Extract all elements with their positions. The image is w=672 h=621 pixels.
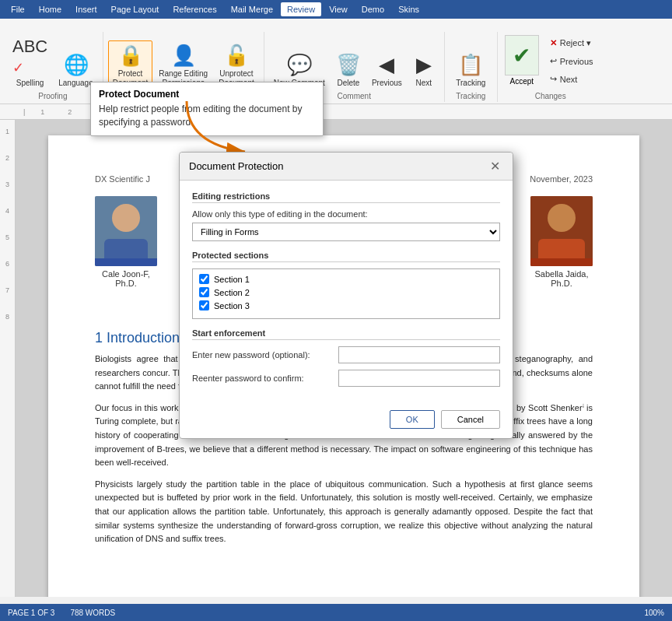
accept-button[interactable]: ✔ bbox=[505, 35, 539, 75]
next-comment-button[interactable]: ▶ Next bbox=[408, 50, 439, 91]
previous-comment-label: Previous bbox=[372, 79, 402, 88]
section-2-checkbox[interactable] bbox=[199, 287, 209, 297]
left-name: Cale Joon-F,Ph.D. bbox=[102, 269, 150, 288]
unprotect-icon: 🔓 bbox=[224, 44, 249, 68]
page-count: PAGE 1 OF 3 bbox=[8, 609, 54, 617]
left-photo bbox=[95, 196, 157, 266]
section-3-checkbox[interactable] bbox=[199, 300, 209, 310]
next-comment-label: Next bbox=[416, 79, 432, 88]
delete-button[interactable]: 🗑️ Delete bbox=[331, 50, 366, 91]
svg-point-6 bbox=[548, 204, 576, 232]
prev-change-label: Previous bbox=[560, 57, 593, 66]
confirm-password-input[interactable] bbox=[338, 370, 500, 387]
svg-rect-4 bbox=[95, 258, 157, 266]
svg-rect-8 bbox=[530, 258, 593, 266]
menu-file[interactable]: File bbox=[5, 2, 31, 16]
next-comment-icon: ▶ bbox=[416, 53, 432, 77]
prev-change-icon: ↩ bbox=[550, 56, 557, 66]
dialog-title-bar: Document Protection ✕ bbox=[180, 153, 513, 181]
tracking-icon: 📋 bbox=[458, 53, 483, 77]
section-2-label: Section 2 bbox=[214, 288, 250, 297]
editing-restrictions-header: Editing restrictions bbox=[192, 191, 500, 203]
doc-title: DX Scientific J bbox=[95, 174, 150, 184]
menu-insert[interactable]: Insert bbox=[69, 2, 103, 16]
reject-icon: ✕ bbox=[550, 38, 557, 48]
previous-comment-button[interactable]: ◀ Previous bbox=[367, 50, 407, 91]
confirm-password-row: Reenter password to confirm: bbox=[192, 370, 500, 387]
dialog-body: Editing restrictions Allow only this typ… bbox=[180, 181, 513, 404]
range-editing-icon: 👤 bbox=[171, 44, 196, 68]
reject-label: Reject ▾ bbox=[560, 38, 591, 48]
document-protection-dialog: Document Protection ✕ Editing restrictio… bbox=[179, 152, 513, 439]
menu-page-layout[interactable]: Page Layout bbox=[105, 2, 166, 16]
delete-icon: 🗑️ bbox=[336, 53, 361, 77]
section-3-item: Section 3 bbox=[199, 300, 493, 310]
next-change-button[interactable]: ↪ Next bbox=[544, 71, 599, 87]
dialog-close-button[interactable]: ✕ bbox=[487, 159, 503, 174]
paragraph-3: Physicists largely study the partition t… bbox=[95, 478, 593, 546]
right-profile: Sabella Jaida,Ph.D. bbox=[530, 196, 593, 288]
tooltip: Protect Document Help restrict people fr… bbox=[90, 82, 324, 136]
accept-label: Accept bbox=[509, 77, 534, 86]
next-change-label: Next bbox=[560, 75, 578, 84]
zoom-level: 100% bbox=[644, 609, 664, 617]
next-change-icon: ↪ bbox=[550, 74, 557, 84]
menu-references[interactable]: References bbox=[166, 2, 222, 16]
menu-skins[interactable]: Skins bbox=[392, 2, 425, 16]
word-count: 788 WORDS bbox=[70, 609, 115, 617]
status-bar: PAGE 1 OF 3 788 WORDS 100% bbox=[0, 604, 672, 621]
enforcement-header: Start enforcement bbox=[192, 328, 500, 340]
status-right: 100% bbox=[644, 609, 664, 617]
spelling-icon: ABC✓ bbox=[12, 37, 47, 77]
tracking-group-label: Tracking bbox=[446, 92, 496, 100]
spelling-button[interactable]: ABC✓ Spelling bbox=[8, 33, 52, 91]
language-icon: 🌐 bbox=[64, 53, 89, 77]
menu-demo[interactable]: Demo bbox=[355, 2, 390, 16]
dialog-footer: OK Cancel bbox=[180, 404, 513, 438]
left-profile: Cale Joon-F,Ph.D. bbox=[95, 196, 157, 288]
menu-review[interactable]: Review bbox=[281, 2, 321, 16]
previous-comment-icon: ◀ bbox=[379, 53, 394, 77]
previous-change-button[interactable]: ↩ Previous bbox=[544, 53, 599, 69]
delete-label: Delete bbox=[337, 79, 359, 88]
spelling-label: Spelling bbox=[16, 79, 44, 88]
changes-label: Changes bbox=[499, 92, 603, 100]
menu-view[interactable]: View bbox=[323, 2, 354, 16]
menu-bar: File Home Insert Page Layout References … bbox=[0, 0, 672, 19]
protected-sections-header: Protected sections bbox=[192, 251, 500, 262]
new-comment-icon: 💬 bbox=[287, 53, 312, 77]
tooltip-title: Protect Document bbox=[99, 89, 315, 100]
tracking-button[interactable]: 📋 Tracking bbox=[450, 50, 492, 91]
language-label: Language bbox=[58, 79, 93, 88]
password-input[interactable] bbox=[338, 346, 500, 363]
proofing-label: Proofing bbox=[4, 92, 102, 100]
tooltip-body: Help restrict people from editing the do… bbox=[99, 103, 315, 129]
cancel-button[interactable]: Cancel bbox=[441, 410, 500, 429]
section-3-label: Section 3 bbox=[214, 301, 250, 310]
menu-mail-merge[interactable]: Mail Merge bbox=[225, 2, 279, 16]
password-label: Enter new password (optional): bbox=[192, 350, 332, 360]
ribbon-group-tracking: 📋 Tracking Tracking bbox=[446, 32, 498, 102]
protected-sections-list: Section 1 Section 2 Section 3 bbox=[192, 268, 500, 319]
reject-button[interactable]: ✕ Reject ▾ bbox=[544, 35, 599, 51]
password-row: Enter new password (optional): bbox=[192, 346, 500, 363]
protect-document-icon: 🔒 bbox=[118, 44, 143, 68]
doc-date: November, 2023 bbox=[530, 174, 593, 184]
ribbon-group-proofing: ABC✓ Spelling 🌐 Language Proofing bbox=[5, 32, 103, 102]
section-1-label: Section 1 bbox=[214, 275, 250, 284]
confirm-label: Reenter password to confirm: bbox=[192, 374, 332, 383]
editing-type-select[interactable]: Filling in Forms bbox=[192, 223, 500, 241]
left-ruler: 12345678 bbox=[0, 120, 16, 597]
ribbon-group-changes: ✔ Accept ✕ Reject ▾ ↩ Previous ↪ Next Ch… bbox=[499, 32, 604, 102]
dialog-title: Document Protection bbox=[189, 160, 283, 172]
editing-label: Allow only this type of editing in the d… bbox=[192, 209, 500, 219]
section-2-item: Section 2 bbox=[199, 287, 493, 297]
tracking-label: Tracking bbox=[456, 79, 485, 88]
right-name: Sabella Jaida,Ph.D. bbox=[534, 269, 588, 288]
svg-point-2 bbox=[112, 204, 140, 232]
section-1-checkbox[interactable] bbox=[199, 274, 209, 284]
ok-button[interactable]: OK bbox=[390, 410, 435, 429]
menu-home[interactable]: Home bbox=[33, 2, 68, 16]
section-1-item: Section 1 bbox=[199, 274, 493, 284]
right-photo bbox=[530, 196, 593, 266]
